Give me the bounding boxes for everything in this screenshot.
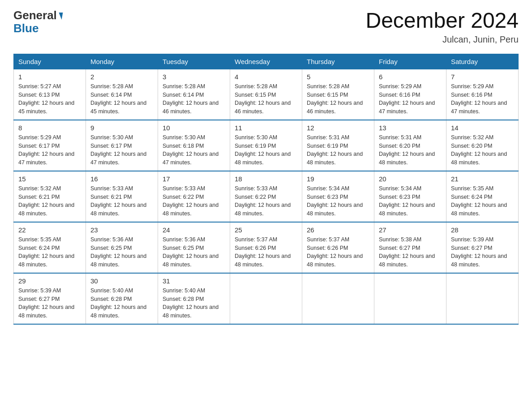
day-info: Sunrise: 5:28 AMSunset: 6:14 PMDaylight:… xyxy=(90,82,153,116)
day-info: Sunrise: 5:33 AMSunset: 6:21 PMDaylight:… xyxy=(90,184,153,218)
day-cell: 25Sunrise: 5:37 AMSunset: 6:26 PMDayligh… xyxy=(230,222,302,273)
day-cell: 24Sunrise: 5:36 AMSunset: 6:25 PMDayligh… xyxy=(158,222,230,273)
day-info: Sunrise: 5:33 AMSunset: 6:22 PMDaylight:… xyxy=(235,184,297,218)
day-info: Sunrise: 5:36 AMSunset: 6:25 PMDaylight:… xyxy=(90,235,153,269)
day-number: 14 xyxy=(451,124,514,132)
day-cell: 16Sunrise: 5:33 AMSunset: 6:21 PMDayligh… xyxy=(86,171,158,222)
day-info: Sunrise: 5:38 AMSunset: 6:27 PMDaylight:… xyxy=(379,235,442,269)
day-cell: 28Sunrise: 5:39 AMSunset: 6:27 PMDayligh… xyxy=(446,222,519,273)
day-cell: 7Sunrise: 5:29 AMSunset: 6:16 PMDaylight… xyxy=(446,69,519,120)
day-number: 13 xyxy=(379,124,442,132)
logo-line1: General xyxy=(13,9,62,22)
month-title: December 2024 xyxy=(365,9,519,33)
day-info: Sunrise: 5:29 AMSunset: 6:17 PMDaylight:… xyxy=(18,133,81,167)
logo-text-blue: Blue xyxy=(13,21,39,35)
day-info: Sunrise: 5:28 AMSunset: 6:15 PMDaylight:… xyxy=(307,82,369,116)
day-number: 27 xyxy=(379,226,442,234)
day-info: Sunrise: 5:40 AMSunset: 6:28 PMDaylight:… xyxy=(163,287,225,320)
day-cell: 5Sunrise: 5:28 AMSunset: 6:15 PMDaylight… xyxy=(302,69,374,120)
day-cell: 31Sunrise: 5:40 AMSunset: 6:28 PMDayligh… xyxy=(158,273,230,324)
day-cell: 20Sunrise: 5:34 AMSunset: 6:23 PMDayligh… xyxy=(374,171,446,222)
day-number: 5 xyxy=(307,73,369,81)
day-number: 2 xyxy=(90,73,153,81)
day-number: 25 xyxy=(235,226,297,234)
day-number: 24 xyxy=(163,226,225,234)
day-number: 11 xyxy=(235,124,297,132)
day-info: Sunrise: 5:30 AMSunset: 6:18 PMDaylight:… xyxy=(163,133,225,167)
day-info: Sunrise: 5:28 AMSunset: 6:15 PMDaylight:… xyxy=(235,82,297,116)
day-header-monday: Monday xyxy=(86,54,158,69)
day-cell: 17Sunrise: 5:33 AMSunset: 6:22 PMDayligh… xyxy=(158,171,230,222)
day-info: Sunrise: 5:34 AMSunset: 6:23 PMDaylight:… xyxy=(379,184,442,218)
logo: General Blue xyxy=(13,9,62,34)
week-row-1: 1Sunrise: 5:27 AMSunset: 6:13 PMDaylight… xyxy=(14,69,519,120)
calendar-table: SundayMondayTuesdayWednesdayThursdayFrid… xyxy=(13,54,519,325)
day-info: Sunrise: 5:30 AMSunset: 6:19 PMDaylight:… xyxy=(235,133,297,167)
day-cell: 18Sunrise: 5:33 AMSunset: 6:22 PMDayligh… xyxy=(230,171,302,222)
day-info: Sunrise: 5:32 AMSunset: 6:20 PMDaylight:… xyxy=(451,133,514,167)
day-cell: 22Sunrise: 5:35 AMSunset: 6:24 PMDayligh… xyxy=(14,222,86,273)
day-number: 9 xyxy=(90,124,153,132)
day-cell xyxy=(374,273,446,324)
logo-line2: Blue xyxy=(13,22,62,35)
day-cell xyxy=(230,273,302,324)
day-cell: 2Sunrise: 5:28 AMSunset: 6:14 PMDaylight… xyxy=(86,69,158,120)
page-header: General Blue December 2024 Julcan, Junin… xyxy=(13,9,519,45)
day-cell: 8Sunrise: 5:29 AMSunset: 6:17 PMDaylight… xyxy=(14,120,86,171)
day-number: 22 xyxy=(18,226,81,234)
day-info: Sunrise: 5:35 AMSunset: 6:24 PMDaylight:… xyxy=(451,184,514,218)
day-info: Sunrise: 5:28 AMSunset: 6:14 PMDaylight:… xyxy=(163,82,225,116)
day-header-thursday: Thursday xyxy=(302,54,374,69)
day-info: Sunrise: 5:37 AMSunset: 6:26 PMDaylight:… xyxy=(235,235,297,269)
logo-arrow-icon xyxy=(57,13,63,20)
location-label: Julcan, Junin, Peru xyxy=(365,34,519,45)
day-number: 26 xyxy=(307,226,369,234)
day-info: Sunrise: 5:29 AMSunset: 6:16 PMDaylight:… xyxy=(379,82,442,116)
day-info: Sunrise: 5:27 AMSunset: 6:13 PMDaylight:… xyxy=(18,82,81,116)
day-number: 4 xyxy=(235,73,297,81)
day-cell: 26Sunrise: 5:37 AMSunset: 6:26 PMDayligh… xyxy=(302,222,374,273)
day-info: Sunrise: 5:39 AMSunset: 6:27 PMDaylight:… xyxy=(18,287,81,320)
day-info: Sunrise: 5:39 AMSunset: 6:27 PMDaylight:… xyxy=(451,235,514,269)
day-number: 20 xyxy=(379,175,442,183)
day-number: 19 xyxy=(307,175,369,183)
day-number: 23 xyxy=(90,226,153,234)
week-row-2: 8Sunrise: 5:29 AMSunset: 6:17 PMDaylight… xyxy=(14,120,519,171)
day-number: 1 xyxy=(18,73,81,81)
day-cell: 27Sunrise: 5:38 AMSunset: 6:27 PMDayligh… xyxy=(374,222,446,273)
day-number: 3 xyxy=(163,73,225,81)
day-cell: 4Sunrise: 5:28 AMSunset: 6:15 PMDaylight… xyxy=(230,69,302,120)
day-info: Sunrise: 5:30 AMSunset: 6:17 PMDaylight:… xyxy=(90,133,153,167)
day-number: 30 xyxy=(90,277,153,285)
day-number: 18 xyxy=(235,175,297,183)
day-info: Sunrise: 5:33 AMSunset: 6:22 PMDaylight:… xyxy=(163,184,225,218)
day-cell: 21Sunrise: 5:35 AMSunset: 6:24 PMDayligh… xyxy=(446,171,519,222)
day-cell xyxy=(302,273,374,324)
day-cell: 9Sunrise: 5:30 AMSunset: 6:17 PMDaylight… xyxy=(86,120,158,171)
day-info: Sunrise: 5:40 AMSunset: 6:28 PMDaylight:… xyxy=(90,287,153,320)
title-area: December 2024 Julcan, Junin, Peru xyxy=(365,9,519,45)
day-headers-row: SundayMondayTuesdayWednesdayThursdayFrid… xyxy=(14,54,519,69)
week-row-3: 15Sunrise: 5:32 AMSunset: 6:21 PMDayligh… xyxy=(14,171,519,222)
day-header-sunday: Sunday xyxy=(14,54,86,69)
day-cell xyxy=(446,273,519,324)
day-info: Sunrise: 5:31 AMSunset: 6:20 PMDaylight:… xyxy=(379,133,442,167)
day-cell: 1Sunrise: 5:27 AMSunset: 6:13 PMDaylight… xyxy=(14,69,86,120)
day-cell: 30Sunrise: 5:40 AMSunset: 6:28 PMDayligh… xyxy=(86,273,158,324)
day-cell: 10Sunrise: 5:30 AMSunset: 6:18 PMDayligh… xyxy=(158,120,230,171)
day-info: Sunrise: 5:34 AMSunset: 6:23 PMDaylight:… xyxy=(307,184,369,218)
day-cell: 3Sunrise: 5:28 AMSunset: 6:14 PMDaylight… xyxy=(158,69,230,120)
day-info: Sunrise: 5:32 AMSunset: 6:21 PMDaylight:… xyxy=(18,184,81,218)
day-number: 8 xyxy=(18,124,81,132)
day-header-wednesday: Wednesday xyxy=(230,54,302,69)
day-cell: 14Sunrise: 5:32 AMSunset: 6:20 PMDayligh… xyxy=(446,120,519,171)
day-cell: 19Sunrise: 5:34 AMSunset: 6:23 PMDayligh… xyxy=(302,171,374,222)
day-info: Sunrise: 5:37 AMSunset: 6:26 PMDaylight:… xyxy=(307,235,369,269)
day-number: 17 xyxy=(163,175,225,183)
day-info: Sunrise: 5:35 AMSunset: 6:24 PMDaylight:… xyxy=(18,235,81,269)
day-cell: 11Sunrise: 5:30 AMSunset: 6:19 PMDayligh… xyxy=(230,120,302,171)
day-info: Sunrise: 5:29 AMSunset: 6:16 PMDaylight:… xyxy=(451,82,514,116)
day-cell: 12Sunrise: 5:31 AMSunset: 6:19 PMDayligh… xyxy=(302,120,374,171)
day-cell: 29Sunrise: 5:39 AMSunset: 6:27 PMDayligh… xyxy=(14,273,86,324)
day-cell: 13Sunrise: 5:31 AMSunset: 6:20 PMDayligh… xyxy=(374,120,446,171)
